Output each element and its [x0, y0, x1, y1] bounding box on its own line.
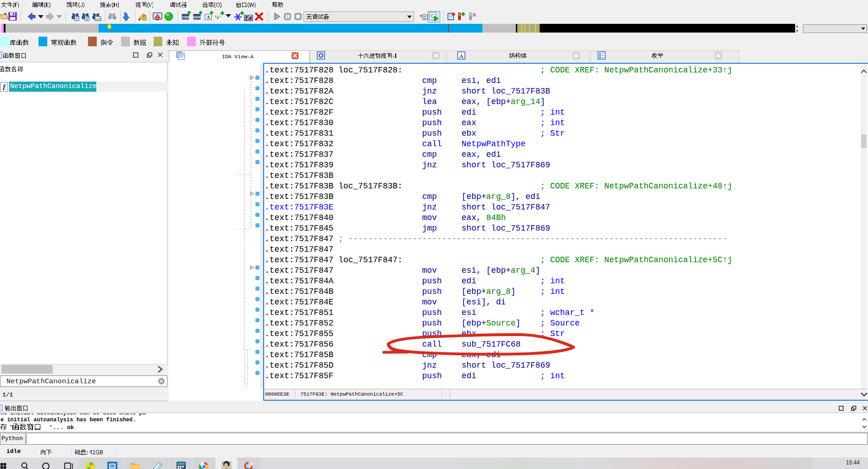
- svg-text:C: C: [423, 15, 426, 20]
- svg-text:!: !: [157, 15, 158, 19]
- svg-text:101: 101: [95, 17, 101, 21]
- svg-text:CODE: CODE: [181, 16, 190, 19]
- svg-text:‘s’: ‘s’: [215, 14, 221, 21]
- svg-text:DATA: DATA: [193, 16, 201, 19]
- svg-text:T: T: [85, 17, 88, 21]
- svg-text:A: A: [206, 15, 210, 20]
- svg-text:#: #: [76, 17, 78, 21]
